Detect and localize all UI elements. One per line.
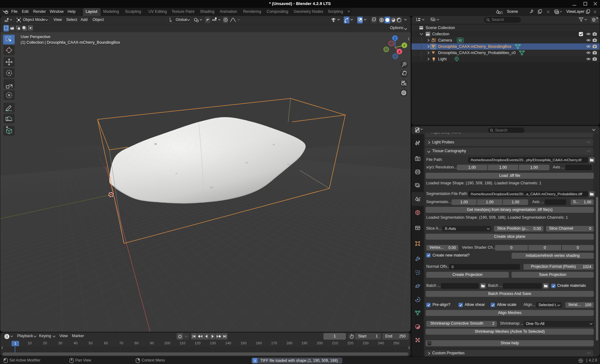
svg-text:(1) Collection | Drosophila_CA: (1) Collection | Drosophila_CAAX-mCherry… bbox=[21, 40, 120, 45]
svg-text:User Perspective: User Perspective bbox=[21, 35, 50, 39]
svg-text:?: ? bbox=[429, 342, 430, 344]
svg-text:Y: Y bbox=[403, 44, 406, 47]
svg-text:X: X bbox=[398, 50, 401, 54]
svg-text:Z: Z bbox=[394, 37, 396, 40]
